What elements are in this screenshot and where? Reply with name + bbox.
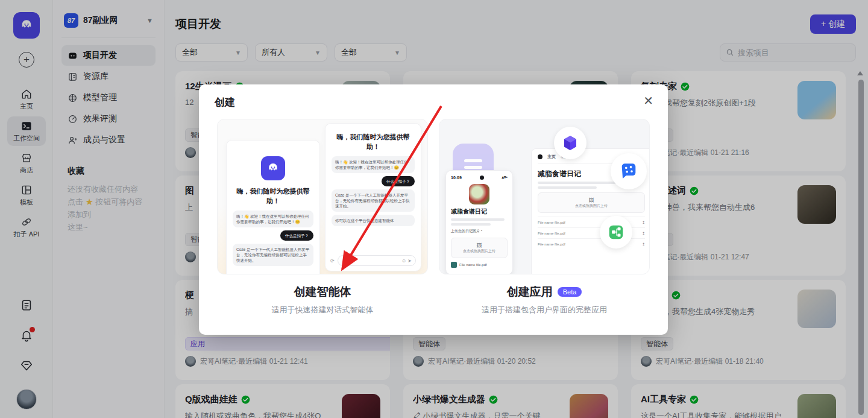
user-chat-bubble: 什么是扣子？	[382, 176, 415, 186]
send-icon: ☺ ➤	[401, 258, 412, 264]
refresh-icon: ⟳	[330, 258, 335, 264]
app-logo-dot	[538, 154, 542, 159]
phone-notch	[480, 176, 484, 180]
user-chat-bubble: 什么是扣子？	[280, 230, 313, 241]
chat-preview-panel: 嗨，我们随时为您提供帮助！ 嗨！👋 欢迎！我在这里可以帮你处理任何你需要帮助的事…	[325, 123, 421, 271]
chat-heading: 嗨，我们随时为您提供帮助！	[236, 186, 310, 206]
create-agent-desc: 适用于快速搭建对话式智能体	[217, 305, 428, 315]
chat-palette-icon	[611, 153, 647, 189]
app-window: + 主页 工作空间 商店 模板 扣子 API	[0, 0, 868, 418]
upload-label: 上传您的日记图片 *	[451, 229, 508, 234]
chat-bubble: Coze 是一个下一代人工智能机器人开发平台，无论你有无编程经验都可以轻松上手快…	[332, 189, 415, 212]
image-icon: 🖼	[538, 197, 644, 203]
modal-title: 创建	[199, 84, 668, 109]
cube-icon	[554, 127, 587, 159]
chat-input-bar: ⟳ ☺ ➤	[330, 255, 416, 266]
create-agent-label: 创建智能体	[294, 284, 351, 300]
file-icon	[451, 262, 457, 268]
food-app-icon	[469, 184, 489, 204]
chat-bubble: 嗨！👋 欢迎！我在这里可以帮你处理任何你需要帮助的事，让我们开始吧！😊	[332, 156, 415, 173]
create-app-option[interactable]: 主页功能 减脂食谱日记 🖼点击或拖拽图片上传 File name file.pd…	[439, 119, 650, 315]
close-icon[interactable]: ✕	[643, 94, 653, 107]
beta-badge: Beta	[558, 287, 582, 297]
create-app-desc: 适用于搭建包含用户界面的完整应用	[439, 305, 650, 315]
workflow-icon	[600, 216, 632, 249]
chat-heading: 嗨，我们随时为您提供帮助！	[335, 132, 411, 151]
create-app-label: 创建应用	[507, 284, 553, 300]
upload-box: 🖼点击或拖拽图片上传	[451, 238, 508, 258]
chat-bubble: Coze 是一个下一代人工智能机器人开发平台，无论你有无编程经验都可以轻松上手快…	[233, 244, 313, 266]
image-icon: 🖼	[451, 242, 507, 249]
chat-bubble: 你可以在这个平台快速搭建智能体	[332, 215, 415, 226]
phone-app-title: 减脂食谱日记	[451, 207, 508, 216]
create-modal: 创建 ✕ 嗨，我们随时为您提供帮助！ 嗨！👋 欢迎！我在这里可以帮你处理任何你需…	[199, 84, 668, 335]
chat-preview-panel: 嗨，我们随时为您提供帮助！ 嗨！👋 欢迎！我在这里可以帮你处理任何你需要帮助的事…	[226, 140, 320, 274]
app-phone-panel: 10:09▴▾▪ 减脂食谱日记 上传您的日记图片 * 🖼点击或拖拽图片上传 Fi…	[445, 170, 513, 274]
upload-box: 🖼点击或拖拽图片上传	[538, 192, 645, 213]
create-agent-option[interactable]: 嗨，我们随时为您提供帮助！ 嗨！👋 欢迎！我在这里可以帮你处理任何你需要帮助的事…	[217, 119, 428, 315]
chat-bubble: 嗨！👋 欢迎！我在这里可以帮你处理任何你需要帮助的事，让我们开始吧！😊	[233, 211, 313, 227]
app-preview: 主页功能 减脂食谱日记 🖼点击或拖拽图片上传 File name file.pd…	[439, 119, 650, 274]
agent-preview: 嗨，我们随时为您提供帮助！ 嗨！👋 欢迎！我在这里可以帮你处理任何你需要帮助的事…	[217, 119, 428, 274]
coze-mini-logo	[261, 156, 285, 180]
